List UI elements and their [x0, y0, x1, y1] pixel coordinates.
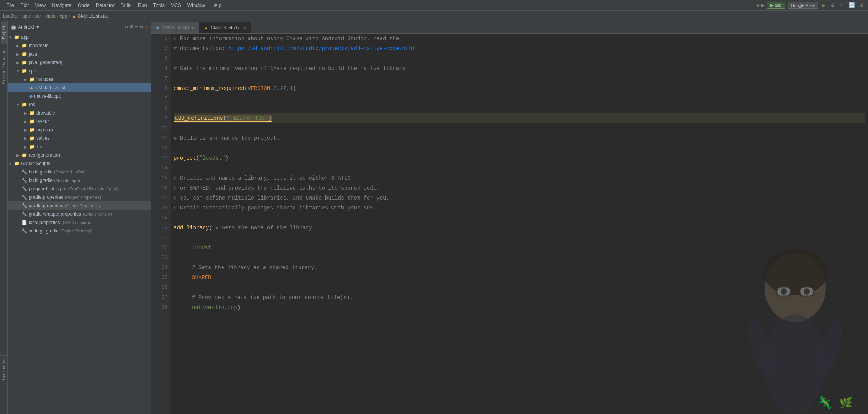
settings-gear-icon[interactable]: ⚙ [140, 24, 143, 30]
code-link[interactable]: https://d.android.com/studio/projects/ad… [228, 46, 415, 52]
breadcrumb-item-cmake[interactable]: ▲ CMakeLists.txt [72, 13, 108, 19]
device-selector[interactable]: Google Pixel [788, 2, 818, 9]
menu-item-build[interactable]: Build [118, 2, 135, 9]
tree-item-gradle-props-global[interactable]: 🔧 gradle.properties (Global Properties) [8, 201, 151, 210]
line-num-3: 3 [154, 54, 167, 64]
tree-item-local-props[interactable]: 📄 local.properties (SDK Location) [8, 218, 151, 227]
menu-item-file[interactable]: File [3, 2, 17, 9]
nav-forward-icon[interactable]: ▶ [761, 2, 765, 8]
menu-item-window[interactable]: Window [184, 2, 208, 9]
tree-arrow-java[interactable]: ▶ [15, 52, 21, 56]
tab-cmake[interactable]: ▲ CMakeLists.txt ✕ [199, 22, 251, 33]
tree-item-cpp[interactable]: ▼ 📁 cpp [8, 67, 151, 75]
tree-label-java-gen: java (generated) [29, 60, 62, 65]
tree-arrow-xml[interactable]: ▶ [23, 145, 28, 149]
tree-item-layout[interactable]: ▶ 📁 layout [8, 117, 151, 126]
tab-cmake-close[interactable]: ✕ [243, 26, 246, 30]
menu-item-edit[interactable]: Edit [17, 2, 32, 9]
tree-arrow-drawable[interactable]: ▶ [23, 111, 28, 115]
line-num-18: 18 [154, 203, 167, 213]
tree-arrow-gradle-scripts[interactable]: ▼ [8, 162, 13, 166]
code-line-19 [174, 213, 865, 223]
gradle-icon: 🔧 [21, 186, 27, 191]
tree-arrow-includes[interactable]: ▶ [23, 77, 28, 82]
code-content[interactable]: # For more information about using CMake… [171, 34, 868, 414]
tree-item-res[interactable]: ▼ 📁 res [8, 100, 151, 109]
tree-item-java-gen[interactable]: ▶ 📁 java (generated) [8, 58, 151, 67]
side-tab-project[interactable]: Project [1, 21, 7, 44]
tree-item-includes[interactable]: ▶ 📁 includes [8, 75, 151, 83]
tree-item-xml[interactable]: ▶ 📁 xml [8, 142, 151, 151]
tree-arrow-mipmap[interactable]: ▶ [23, 128, 28, 132]
tab-native-lib-close[interactable]: ✕ [191, 26, 194, 30]
tree-sublabel-build-gradle-app: (Module :app) [54, 178, 80, 183]
tree-label-gradle-scripts: Gradle Scripts [21, 161, 50, 166]
tree-arrow-cpp[interactable]: ▼ [15, 69, 21, 73]
tree-item-gradle-props[interactable]: 🔧 gradle.properties (Project Properties) [8, 193, 151, 201]
tree-item-drawable[interactable]: ▶ 📁 drawable [8, 109, 151, 117]
menu-item-run[interactable]: Run [135, 2, 150, 9]
code-line-16: # or SHARED, and provides the relative p… [174, 183, 865, 193]
sync-button[interactable]: 🔄 [847, 2, 857, 8]
menu-item-code[interactable]: Code [75, 2, 93, 9]
tree-arrow-layout[interactable]: ▶ [23, 119, 28, 124]
menu-item-view[interactable]: View [32, 2, 49, 9]
tree-item-settings-gradle[interactable]: 🔧 settings.gradle (Project Settings) [8, 227, 151, 235]
line-num-8: 8 [154, 103, 167, 113]
tree-arrow-values[interactable]: ▶ [23, 136, 28, 141]
code-line-20: add_library( # Sets the name of the libr… [174, 223, 865, 233]
run-button[interactable]: ▶ [820, 2, 827, 9]
folder-icon: 📁 [29, 127, 35, 133]
tree-arrow-res[interactable]: ▼ [15, 103, 21, 107]
sort-icon[interactable]: ≡ [130, 24, 133, 30]
tree-item-values[interactable]: ▶ 📁 values [8, 134, 151, 142]
breadcrumb-item-src[interactable]: src [34, 13, 41, 19]
breadcrumb-item-app[interactable]: app [22, 13, 30, 19]
menu-item-navigate[interactable]: Navigate [49, 2, 74, 9]
tree-item-app[interactable]: ▼ 📁 app [8, 33, 151, 41]
profile-button[interactable]: ⚡ [838, 2, 844, 8]
tree-item-gradle-wrapper[interactable]: 🔧 gradle-wrapper.properties (Gradle Vers… [8, 210, 151, 218]
menu-item-refactor[interactable]: Refactor [93, 2, 118, 9]
tree-arrow-manifests[interactable]: ▶ [15, 44, 21, 48]
breadcrumb-item-luodst[interactable]: LuoDst [3, 13, 18, 19]
tree-arrow-java-gen[interactable]: ▶ [15, 61, 21, 65]
tree-item-res-gen[interactable]: ▶ 📁 res (generated) [8, 151, 151, 159]
tree-item-CMakeLists[interactable]: ▲ CMakeLists.txt [8, 83, 151, 92]
breadcrumb-item-cpp[interactable]: cpp [60, 13, 67, 19]
tree-item-native-lib[interactable]: ◆ native-lib.cpp [8, 92, 151, 100]
code-line-7 [174, 93, 865, 103]
settings-icon[interactable]: ⚙ [859, 2, 865, 8]
tree-item-proguard[interactable]: 🔧 proguard-rules.pro (ProGuard Rules for… [8, 185, 151, 193]
tree-sublabel-local-props: (SDK Location) [61, 220, 90, 225]
tree-arrow-res-gen[interactable]: ▶ [15, 153, 21, 157]
breadcrumb-item-main[interactable]: main [45, 13, 55, 19]
nav-back-icon[interactable]: ◀ [756, 2, 759, 8]
tree-item-build-gradle-proj[interactable]: 🔧 build.gradle (Project: LuoDst) [8, 168, 151, 176]
menu-item-tools[interactable]: Tools [150, 2, 168, 9]
bookmarks-tab[interactable]: Bookmarks [0, 355, 7, 383]
code-line-6: cmake_minimum_required(VERSION 3.22.1) [174, 83, 865, 93]
code-line-11: # Declares and names the project. [174, 133, 865, 143]
tree-item-java[interactable]: ▶ 📁 java [8, 50, 151, 58]
side-tab-resource-manager[interactable]: Resource Manager [1, 44, 7, 89]
tree-item-build-gradle-app[interactable]: 🔧 build.gradle (Module :app) [8, 176, 151, 185]
line-numbers: 1234567891011121314151617181920212223242… [151, 34, 171, 414]
app-run-config[interactable]: ▶ app [767, 2, 785, 9]
line-num-22: 22 [154, 243, 167, 253]
debug-button[interactable]: ⚙ [830, 2, 836, 8]
main-layout: Project Resource Manager 🤖 Android ▼ ⚙ ≡… [0, 21, 868, 414]
menu-item-help[interactable]: Help [208, 2, 225, 9]
tab-native-lib[interactable]: ◆ native-lib.cpp ✕ [151, 22, 199, 33]
tree-item-mipmap[interactable]: ▶ 📁 mipmap [8, 126, 151, 134]
tree-item-gradle-scripts[interactable]: ▼ 📁 Gradle Scripts [8, 159, 151, 168]
tree-arrow-app[interactable]: ▼ [8, 35, 13, 39]
cmake-tab-icon: ▲ [204, 25, 208, 31]
line-num-5: 5 [154, 74, 167, 83]
collapse-icon[interactable]: — [135, 24, 138, 30]
close-panel-icon[interactable]: ✕ [145, 24, 148, 30]
tree-item-manifests[interactable]: ▶ 📁 manifests [8, 41, 151, 50]
gear-icon[interactable]: ⚙ [125, 24, 128, 30]
dropdown-icon[interactable]: ▼ [35, 25, 40, 30]
menu-item-vcs[interactable]: VCS [168, 2, 184, 9]
